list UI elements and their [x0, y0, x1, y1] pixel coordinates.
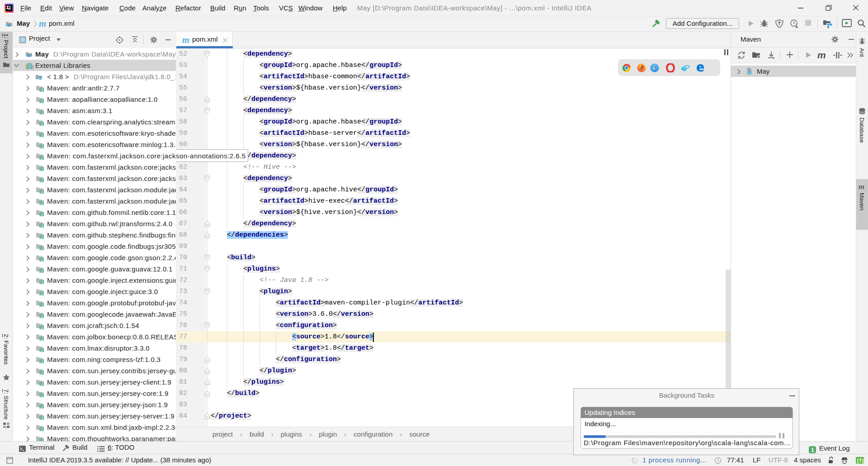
svg-text:m: m — [747, 70, 752, 76]
svg-text:m: m — [39, 19, 46, 29]
svg-text:[T]: [T] — [857, 458, 863, 463]
svg-text:1: 1 — [811, 447, 814, 453]
svg-text:m: m — [859, 182, 864, 191]
svg-text:m: m — [182, 36, 189, 45]
svg-text:m: m — [817, 50, 826, 60]
